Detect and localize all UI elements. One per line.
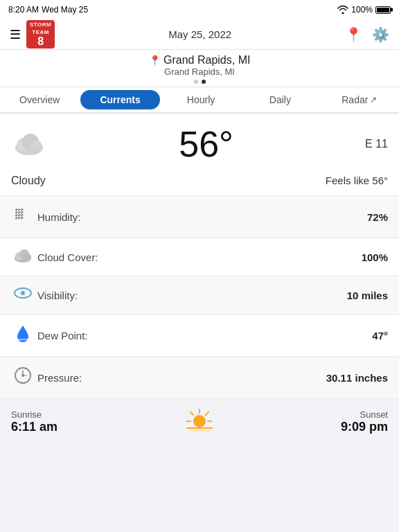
dot-2 (202, 80, 206, 84)
current-weather-row: 56° E 11 (0, 114, 399, 172)
sunset-time: 9:09 pm (341, 420, 388, 434)
location-pin-icon: 📍 (149, 55, 161, 66)
battery-icon (375, 6, 391, 14)
logo-number: 8 (30, 36, 51, 47)
visibility-label: Visibility: (35, 290, 347, 301)
svg-point-16 (193, 415, 206, 427)
status-date: Wed May 25 (42, 5, 88, 15)
sunrise-info: Sunrise 6:11 am (11, 409, 57, 434)
sunset-label: Sunset (341, 409, 388, 420)
wifi-icon (337, 6, 348, 14)
status-time: 8:20 AM (8, 5, 39, 15)
svg-point-10 (21, 292, 25, 295)
svg-point-3 (30, 140, 42, 151)
visibility-value: 10 miles (347, 290, 388, 301)
header-date: May 25, 2022 (168, 28, 231, 40)
visibility-icon (11, 285, 35, 305)
humidity-label: Humidity: (35, 211, 367, 223)
header-logo-area: ☰ STORMTEAM 8 (10, 20, 55, 48)
detail-row-pressure: Pressure: 30.11 inches (0, 357, 399, 399)
humidity-icon (11, 205, 35, 229)
feels-like: Feels like 56° (326, 175, 388, 187)
detail-row-dew-point: Dew Point: 47° (0, 314, 399, 357)
sunrise-time: 6:11 am (11, 420, 57, 434)
dot-1 (194, 80, 198, 84)
cloud-cover-value: 100% (362, 251, 388, 263)
condition-label: Cloudy (11, 175, 46, 187)
dew-point-value: 47° (372, 330, 388, 342)
pressure-label: Pressure: (35, 372, 326, 384)
sun-row: Sunrise 6:11 am Sunset 9:09 pm (0, 399, 399, 444)
detail-row-visibility: Visibility: 10 miles (0, 276, 399, 314)
header-icons: 📍 ⚙️ (345, 26, 389, 43)
cloud-cover-label: Cloud Cover: (35, 251, 362, 263)
sunset-info: Sunset 9:09 pm (341, 409, 388, 434)
wind-info: E 11 (365, 138, 388, 150)
menu-button[interactable]: ☰ (10, 27, 21, 42)
sunrise-sunset-icon (184, 406, 215, 437)
tab-bar: Overview Currents Hourly Daily Radar ↗ (0, 87, 399, 114)
location-icon[interactable]: 📍 (345, 26, 362, 43)
tab-radar[interactable]: Radar ↗ (320, 87, 399, 112)
location-dots (7, 80, 392, 84)
location-secondary: Grand Rapids, MI (7, 66, 392, 77)
logo-badge: STORMTEAM 8 (26, 20, 55, 48)
dew-point-label: Dew Point: (35, 330, 372, 342)
pressure-value: 30.11 inches (326, 372, 388, 384)
status-right: 100% (337, 5, 391, 15)
status-bar: 8:20 AM Wed May 25 100% (0, 0, 399, 19)
main-content: 56° E 11 Cloudy Feels like 56° H (0, 114, 399, 444)
svg-line-21 (190, 412, 193, 415)
tab-overview[interactable]: Overview (0, 87, 79, 112)
tab-hourly[interactable]: Hourly (161, 87, 240, 112)
share-icon: ↗ (370, 95, 377, 105)
sunrise-label: Sunrise (11, 409, 57, 420)
svg-line-18 (206, 412, 209, 415)
tab-daily[interactable]: Daily (240, 87, 319, 112)
current-temperature: 56° (179, 123, 233, 165)
tab-currents[interactable]: Currents (80, 90, 159, 109)
logo-storm: STORMTEAM (30, 21, 51, 36)
detail-row-cloud-cover: Cloud Cover: 100% (0, 238, 399, 276)
weather-icon-cloud (11, 125, 47, 163)
pressure-icon (11, 366, 35, 389)
cloud-cover-icon (11, 247, 35, 267)
status-left: 8:20 AM Wed May 25 (8, 5, 88, 15)
settings-icon[interactable]: ⚙️ (372, 26, 389, 43)
app-header: ☰ STORMTEAM 8 May 25, 2022 📍 ⚙️ (0, 19, 399, 50)
humidity-value: 72% (367, 211, 388, 223)
svg-point-7 (24, 254, 31, 260)
condition-row: Cloudy Feels like 56° (0, 172, 399, 196)
battery-percentage: 100% (351, 5, 373, 15)
location-bar: 📍 Grand Rapids, MI Grand Rapids, MI (0, 50, 399, 87)
location-primary-row: 📍 Grand Rapids, MI (7, 54, 392, 66)
dew-point-icon (11, 323, 35, 347)
detail-row-humidity: Humidity: 72% (0, 196, 399, 238)
location-primary: Grand Rapids, MI (163, 54, 250, 66)
